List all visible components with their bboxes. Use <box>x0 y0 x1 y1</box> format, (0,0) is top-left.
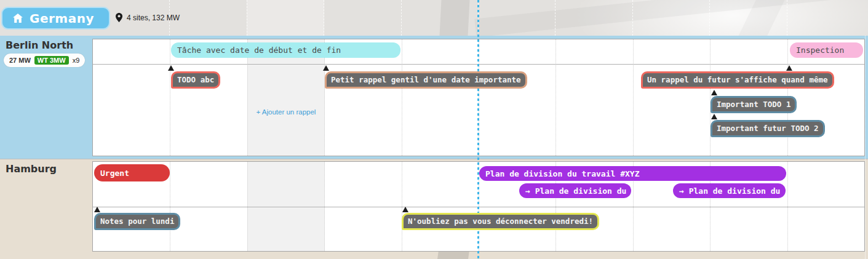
reminder-date-marker <box>711 114 717 119</box>
day-gridline <box>555 39 556 156</box>
add-reminder-link[interactable]: + Ajouter un rappel <box>247 108 325 116</box>
scheduler-app: Germany 4 sites, 132 MW Berlin North 27 … <box>0 0 868 259</box>
reminder-note[interactable]: TODO abc <box>171 71 220 89</box>
reminder-note[interactable]: Petit rappel gentil d'une date important… <box>325 71 527 89</box>
task-bar[interactable]: Plan de division du travail #XYZ <box>479 166 786 181</box>
day-gridline <box>402 39 402 156</box>
reminder-note[interactable]: N'oubliez pas vous déconnecter vendredi! <box>402 213 599 230</box>
capacity-pill: 27 MW WT 3MW x9 <box>4 54 85 67</box>
header-day-gridline <box>709 0 710 36</box>
header-day-gridline <box>555 0 555 36</box>
day-gridline <box>170 39 170 156</box>
task-bar[interactable]: Tâche avec date de début et de fin <box>171 42 400 58</box>
header-day-gridline <box>787 0 787 36</box>
site-title: Germany <box>30 11 94 26</box>
reminder-date-marker <box>168 65 174 71</box>
row-hamburg: Hamburg UrgentPlan de division du travai… <box>0 159 868 259</box>
reminder-date-marker <box>402 207 408 212</box>
location-pin-icon <box>116 13 122 22</box>
reminder-date-marker <box>94 207 100 212</box>
site-selector-button[interactable]: Germany <box>1 7 110 30</box>
reminder-note[interactable]: Un rappel du futur s'affiche quand même <box>641 71 834 89</box>
home-icon <box>13 14 23 23</box>
site-stats-label: 4 sites, 132 MW <box>127 14 180 22</box>
header-day-gridline <box>401 0 402 36</box>
header-day-gridline <box>632 0 633 36</box>
header-day-gridline <box>247 0 247 36</box>
reminder-date-marker <box>323 65 329 71</box>
row-berlin-north: Berlin North 27 MW WT 3MW x9 + Ajouter u… <box>0 36 868 159</box>
capacity-label: 27 MW <box>9 57 31 64</box>
reminder-note[interactable]: Notes pour lundi <box>94 213 180 230</box>
reminder-date-marker <box>711 90 717 95</box>
reminder-note[interactable]: Important TODO 1 <box>711 96 797 113</box>
day-gridline <box>710 39 711 156</box>
right-edge-gridline <box>865 36 866 259</box>
task-bar[interactable]: Inspection <box>790 42 863 58</box>
background-turbine-blade <box>439 0 469 36</box>
task-bar[interactable]: Urgent <box>94 164 170 181</box>
task-bar[interactable]: → Plan de division du <box>519 183 631 198</box>
reminder-date-marker <box>786 65 792 71</box>
turbine-type-badge: WT 3MW <box>34 56 69 65</box>
turbine-count-label: x9 <box>73 57 80 64</box>
task-bar[interactable]: → Plan de division du <box>673 183 786 198</box>
day-gridline <box>633 39 634 156</box>
header-weekend-band <box>247 0 324 36</box>
site-meta: 4 sites, 132 MW <box>116 13 180 22</box>
row-title[interactable]: Berlin North <box>6 39 73 51</box>
header-day-gridline <box>324 0 324 36</box>
reminder-note[interactable]: Important futur TODO 2 <box>711 120 825 137</box>
row-title[interactable]: Hamburg <box>6 163 57 175</box>
